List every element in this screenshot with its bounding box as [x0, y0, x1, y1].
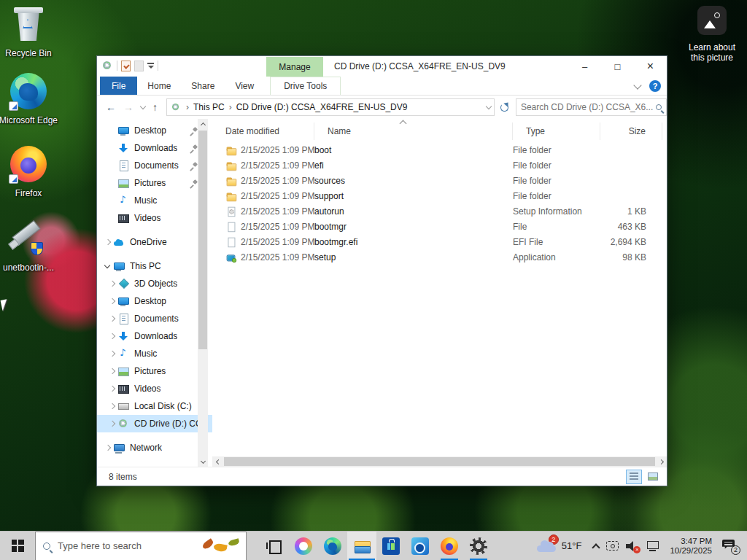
expander-right-icon[interactable] [107, 296, 117, 306]
taskbar-edge-button[interactable] [318, 532, 347, 560]
collapse-ribbon-icon[interactable] [633, 81, 641, 89]
taskbar-store-button[interactable] [376, 532, 406, 560]
column-header-size[interactable]: Size [600, 122, 662, 140]
recent-locations-icon[interactable] [140, 104, 146, 109]
tab-drive-tools[interactable]: Drive Tools [270, 77, 341, 95]
new-folder-button[interactable] [134, 61, 144, 71]
nav-item-music[interactable]: Music [97, 192, 212, 209]
forward-button[interactable]: → [123, 101, 133, 113]
help-button[interactable]: ? [649, 80, 661, 92]
tab-share[interactable]: Share [181, 77, 225, 95]
taskbar-copilot-button[interactable] [289, 532, 318, 560]
scroll-left-icon[interactable] [212, 456, 222, 467]
action-center-button[interactable]: 2 [722, 540, 738, 553]
address-dropdown-icon[interactable] [486, 104, 492, 109]
file-row-boot[interactable]: 2/15/2025 1:09 PMbootFile folder [212, 142, 667, 158]
thumbnails-view-button[interactable] [645, 470, 661, 484]
expander-right-icon[interactable] [107, 401, 117, 411]
expander-right-icon[interactable] [107, 314, 117, 324]
tab-view[interactable]: View [225, 77, 264, 95]
nav-item-downloads[interactable]: Downloads [97, 327, 212, 345]
close-button[interactable]: × [634, 56, 667, 77]
up-button[interactable]: ↑ [152, 101, 158, 113]
expander-right-icon[interactable] [107, 384, 117, 394]
taskbar-firefox-button[interactable] [435, 532, 464, 560]
expander-right-icon[interactable] [107, 331, 117, 341]
expander-right-icon[interactable] [103, 443, 113, 453]
tab-file[interactable]: File [100, 77, 137, 95]
start-button[interactable] [0, 532, 35, 560]
details-view-button[interactable] [626, 470, 642, 484]
scroll-right-icon[interactable] [657, 456, 667, 467]
horizontal-scrollbar[interactable] [212, 456, 667, 467]
file-row-support[interactable]: 2/15/2025 1:09 PMsupportFile folder [212, 188, 667, 203]
nav-item-desktop[interactable]: Desktop [97, 122, 212, 139]
nav-item-music[interactable]: Music [97, 345, 212, 362]
expander-right-icon[interactable] [107, 366, 117, 376]
taskbar-search-input[interactable]: Type here to search [35, 532, 247, 560]
taskbar-file-explorer-button[interactable] [347, 532, 376, 560]
expander-right-icon[interactable] [107, 419, 117, 429]
nav-item-documents[interactable]: Documents [97, 310, 212, 327]
show-hidden-icons-button[interactable] [592, 543, 600, 551]
desktop-icon-microsoft-edge[interactable]: Microsoft Edge [0, 73, 60, 125]
tab-home[interactable]: Home [137, 77, 181, 95]
file-row-autorun[interactable]: 2/15/2025 1:09 PMautorunSetup Informatio… [212, 203, 667, 219]
cloud-icon [113, 236, 125, 248]
scroll-down-icon[interactable] [198, 456, 208, 467]
learn-about-picture-widget[interactable]: Learn about this picture [682, 6, 742, 63]
file-row-setup[interactable]: 2/15/2025 1:09 PMsetupApplication98 KB [212, 249, 667, 265]
scroll-up-icon[interactable] [198, 119, 208, 129]
weather-widget[interactable]: 2 51°F [533, 540, 587, 552]
breadcrumb-this-pc[interactable]: This PC [193, 102, 225, 112]
column-header-name[interactable]: Name [314, 122, 513, 140]
file-row-bootmgr[interactable]: 2/15/2025 1:09 PMbootmgrFile463 KB [212, 219, 667, 234]
expander-down-icon[interactable] [103, 261, 113, 271]
breadcrumb-cd-drive[interactable]: CD Drive (D:) CCSA_X64FRE_EN-US_DV9 [236, 102, 408, 112]
nav-item-pictures[interactable]: Pictures [97, 174, 212, 192]
properties-button[interactable] [121, 61, 131, 71]
tray-clip-icon[interactable] [606, 541, 619, 551]
column-header-type[interactable]: Type [513, 122, 600, 140]
nav-item-local-disk-c[interactable]: Local Disk (C:) [97, 397, 212, 415]
refresh-button[interactable] [500, 104, 508, 112]
taskbar-settings-button[interactable] [464, 532, 493, 560]
speaker-muted-icon[interactable]: × [626, 541, 639, 551]
customize-quick-access-icon[interactable] [147, 63, 154, 69]
scrollbar-thumb[interactable] [224, 457, 655, 466]
address-bar[interactable]: › This PC › CD Drive (D:) CCSA_X64FRE_EN… [166, 98, 495, 116]
scrollbar-thumb[interactable] [198, 131, 207, 349]
nav-item-cd-drive-d-cc[interactable]: CD Drive (D:) CC [97, 415, 212, 432]
file-row-efi[interactable]: 2/15/2025 1:09 PMefiFile folder [212, 158, 667, 173]
clock[interactable]: 3:47 PM 10/29/2025 [667, 537, 715, 556]
minimize-button[interactable]: – [568, 56, 601, 77]
file-row-sources[interactable]: 2/15/2025 1:09 PMsourcesFile folder [212, 173, 667, 188]
nav-item-pictures[interactable]: Pictures [97, 362, 212, 380]
nav-item-onedrive[interactable]: OneDrive [97, 233, 212, 251]
network-icon[interactable] [646, 541, 659, 551]
desktop-icon-unetbootin[interactable]: unetbootin-... [0, 219, 60, 273]
taskbar-outlook-button[interactable] [406, 532, 435, 560]
nav-item-desktop[interactable]: Desktop [97, 292, 212, 310]
nav-item-3d-objects[interactable]: 3D Objects [97, 275, 212, 292]
expander-right-icon[interactable] [103, 237, 113, 247]
desktop-icon-firefox[interactable]: Firefox [0, 146, 60, 198]
file-row-bootmgr-efi[interactable]: 2/15/2025 1:09 PMbootmgr.efiEFI File2,69… [212, 234, 667, 249]
nav-item-this-pc[interactable]: This PC [97, 257, 212, 275]
nav-item-documents[interactable]: Documents [97, 157, 212, 174]
nav-vertical-scrollbar[interactable] [198, 119, 208, 467]
title-bar[interactable]: Manage CD Drive (D:) CCSA_X64FRE_EN-US_D… [97, 56, 667, 77]
tab-manage[interactable]: Manage [266, 57, 323, 77]
expander-right-icon[interactable] [107, 279, 117, 289]
nav-item-videos[interactable]: Videos [97, 209, 212, 227]
expander-right-icon[interactable] [107, 349, 117, 359]
nav-item-downloads[interactable]: Downloads [97, 139, 212, 157]
nav-item-network[interactable]: Network [97, 439, 212, 456]
back-button[interactable]: ← [106, 101, 116, 113]
maximize-button[interactable]: □ [601, 56, 634, 77]
nav-item-videos[interactable]: Videos [97, 380, 212, 397]
column-header-date-modified[interactable]: Date modified [212, 122, 314, 140]
search-box[interactable]: Search CD Drive (D:) CCSA_X6... [516, 98, 667, 116]
taskbar-task-view-button[interactable] [260, 532, 289, 560]
desktop-icon-recycle-bin[interactable]: Recycle Bin [0, 6, 60, 58]
